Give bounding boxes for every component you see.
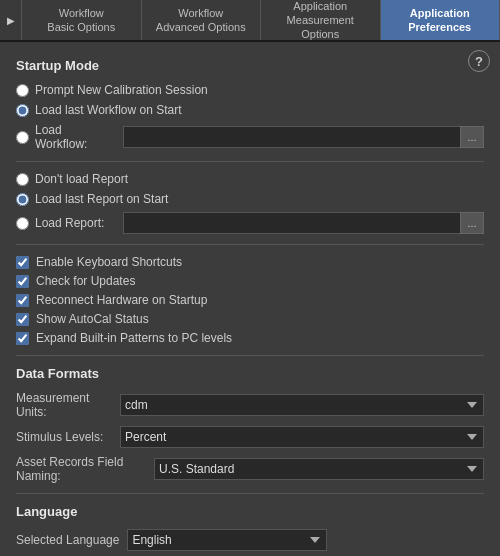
startup-mode-header: Startup Mode — [16, 58, 484, 73]
divider-4 — [16, 493, 484, 494]
checkbox-check-updates-input[interactable] — [16, 275, 29, 288]
content-area: Startup Mode Prompt New Calibration Sess… — [0, 42, 500, 556]
radio-prompt-new-input[interactable] — [16, 84, 29, 97]
radio-load-last-workflow-label[interactable]: Load last Workflow on Start — [35, 103, 182, 117]
radio-load-last-workflow: Load last Workflow on Start — [16, 103, 484, 117]
language-select[interactable]: English French German Spanish Japanese — [127, 529, 327, 551]
checkbox-show-autocal-input[interactable] — [16, 313, 29, 326]
radio-load-last-report-label[interactable]: Load last Report on Start — [35, 192, 168, 206]
radio-load-last-workflow-input[interactable] — [16, 104, 29, 117]
tab-workflow-advanced-label: WorkflowAdvanced Options — [156, 6, 246, 35]
checkbox-check-updates: Check for Updates — [16, 274, 484, 288]
radio-load-report: Load Report: ... — [16, 212, 484, 234]
startup-radio-group: Prompt New Calibration Session Load last… — [16, 83, 484, 151]
stimulus-levels-select[interactable]: Percent 8-bit 10-bit 16-bit — [120, 426, 484, 448]
tab-app-measurement-label: ApplicationMeasurement Options — [267, 0, 374, 41]
tab-workflow-advanced[interactable]: WorkflowAdvanced Options — [142, 0, 262, 40]
radio-prompt-new: Prompt New Calibration Session — [16, 83, 484, 97]
asset-records-select[interactable]: U.S. Standard Metric — [154, 458, 484, 480]
radio-dont-load-report-label[interactable]: Don't load Report — [35, 172, 128, 186]
checkbox-reconnect-hardware-input[interactable] — [16, 294, 29, 307]
browse-report-button[interactable]: ... — [460, 212, 484, 234]
checkbox-check-updates-label[interactable]: Check for Updates — [36, 274, 135, 288]
checkboxes-group: Enable Keyboard Shortcuts Check for Upda… — [16, 255, 484, 345]
radio-load-report-label[interactable]: Load Report: — [35, 216, 117, 230]
load-workflow-input[interactable] — [123, 126, 460, 148]
tab-app-measurement[interactable]: ApplicationMeasurement Options — [261, 0, 381, 40]
checkbox-enable-keyboard: Enable Keyboard Shortcuts — [16, 255, 484, 269]
language-row: Selected Language English French German … — [16, 529, 484, 551]
radio-prompt-new-label[interactable]: Prompt New Calibration Session — [35, 83, 208, 97]
stimulus-levels-label: Stimulus Levels: — [16, 430, 112, 444]
measurement-units-select[interactable]: cdm fL nits — [120, 394, 484, 416]
checkbox-show-autocal: Show AutoCal Status — [16, 312, 484, 326]
arrow-icon: ▶ — [7, 15, 15, 26]
asset-records-label: Asset Records Field Naming: — [16, 455, 146, 483]
browse-workflow-button[interactable]: ... — [460, 126, 484, 148]
checkbox-expand-builtin: Expand Built-in Patterns to PC levels — [16, 331, 484, 345]
radio-load-workflow-label[interactable]: Load Workflow: — [35, 123, 117, 151]
tab-app-preferences-label: ApplicationPreferences — [408, 6, 471, 35]
checkbox-reconnect-hardware: Reconnect Hardware on Startup — [16, 293, 484, 307]
load-workflow-field-group: ... — [123, 126, 484, 148]
tab-bar: ▶ WorkflowBasic Options WorkflowAdvanced… — [0, 0, 500, 42]
radio-load-workflow-input[interactable] — [16, 131, 29, 144]
measurement-units-label: Measurement Units: — [16, 391, 112, 419]
load-report-input[interactable] — [123, 212, 460, 234]
divider-3 — [16, 355, 484, 356]
checkbox-enable-keyboard-input[interactable] — [16, 256, 29, 269]
radio-load-last-report-input[interactable] — [16, 193, 29, 206]
checkbox-show-autocal-label[interactable]: Show AutoCal Status — [36, 312, 149, 326]
data-formats-header: Data Formats — [16, 366, 484, 381]
asset-records-row: Asset Records Field Naming: U.S. Standar… — [16, 455, 484, 483]
tab-scroll-arrow[interactable]: ▶ — [0, 0, 22, 40]
divider-2 — [16, 244, 484, 245]
tab-app-preferences[interactable]: ApplicationPreferences — [381, 0, 501, 40]
radio-dont-load-report-input[interactable] — [16, 173, 29, 186]
checkbox-reconnect-hardware-label[interactable]: Reconnect Hardware on Startup — [36, 293, 207, 307]
measurement-units-row: Measurement Units: cdm fL nits — [16, 391, 484, 419]
data-formats-section: Data Formats Measurement Units: cdm fL n… — [16, 366, 484, 483]
load-report-field-group: ... — [123, 212, 484, 234]
divider-1 — [16, 161, 484, 162]
report-radio-group: Don't load Report Load last Report on St… — [16, 172, 484, 234]
selected-language-label: Selected Language — [16, 533, 119, 547]
tab-workflow-basic[interactable]: WorkflowBasic Options — [22, 0, 142, 40]
stimulus-levels-row: Stimulus Levels: Percent 8-bit 10-bit 16… — [16, 426, 484, 448]
radio-dont-load-report: Don't load Report — [16, 172, 484, 186]
radio-load-workflow: Load Workflow: ... — [16, 123, 484, 151]
checkbox-expand-builtin-label[interactable]: Expand Built-in Patterns to PC levels — [36, 331, 232, 345]
language-section: Language Selected Language English Frenc… — [16, 504, 484, 551]
radio-load-report-input[interactable] — [16, 217, 29, 230]
tab-workflow-basic-label: WorkflowBasic Options — [47, 6, 115, 35]
radio-load-last-report: Load last Report on Start — [16, 192, 484, 206]
language-header: Language — [16, 504, 484, 519]
checkbox-enable-keyboard-label[interactable]: Enable Keyboard Shortcuts — [36, 255, 182, 269]
checkbox-expand-builtin-input[interactable] — [16, 332, 29, 345]
